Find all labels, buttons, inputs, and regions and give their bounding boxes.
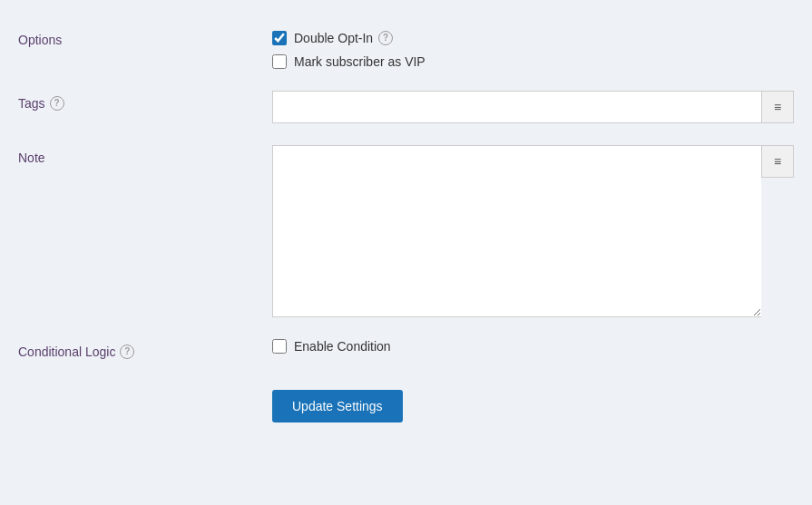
double-optin-label[interactable]: Double Opt-In ? [294,31,393,45]
tags-list-icon: ≡ [774,100,781,114]
enable-condition-label[interactable]: Enable Condition [294,339,391,354]
form-container: Options Double Opt-In ? Mark subscriber … [18,27,794,422]
conditional-logic-row: Conditional Logic ? Enable Condition [18,339,794,359]
tags-row: Tags ? ≡ [18,91,794,123]
note-row: Note ≡ [18,145,794,317]
note-textarea[interactable] [272,145,761,317]
note-field: ≡ [272,145,794,317]
tags-input-wrapper: ≡ [272,91,794,123]
tags-field: ≡ [272,91,794,123]
mark-vip-row: Mark subscriber as VIP [272,54,794,69]
note-list-icon: ≡ [774,154,781,169]
options-label: Options [18,27,272,47]
note-list-button[interactable]: ≡ [761,145,794,178]
options-field: Double Opt-In ? Mark subscriber as VIP [272,27,794,69]
note-label-text: Note [18,151,45,165]
tags-label-text: Tags [18,96,45,111]
options-label-text: Options [18,33,62,47]
enable-condition-checkbox[interactable] [272,339,287,354]
double-optin-row: Double Opt-In ? [272,31,794,45]
mark-vip-label[interactable]: Mark subscriber as VIP [294,54,426,69]
tags-help-icon[interactable]: ? [50,96,64,111]
double-optin-checkbox[interactable] [272,31,287,45]
mark-vip-checkbox[interactable] [272,54,287,69]
conditional-logic-help-icon[interactable]: ? [120,345,134,359]
double-optin-help-icon[interactable]: ? [378,31,393,45]
note-label: Note [18,145,272,165]
enable-condition-row: Enable Condition [272,339,794,354]
tags-label: Tags ? [18,91,272,111]
tags-input[interactable] [272,91,761,123]
tags-list-button[interactable]: ≡ [761,91,794,123]
options-row: Options Double Opt-In ? Mark subscriber … [18,27,794,69]
conditional-logic-label-text: Conditional Logic [18,345,115,359]
conditional-logic-label: Conditional Logic ? [18,339,272,359]
note-wrapper: ≡ [272,145,794,317]
conditional-logic-field: Enable Condition [272,339,794,354]
update-settings-button[interactable]: Update Settings [272,390,403,422]
